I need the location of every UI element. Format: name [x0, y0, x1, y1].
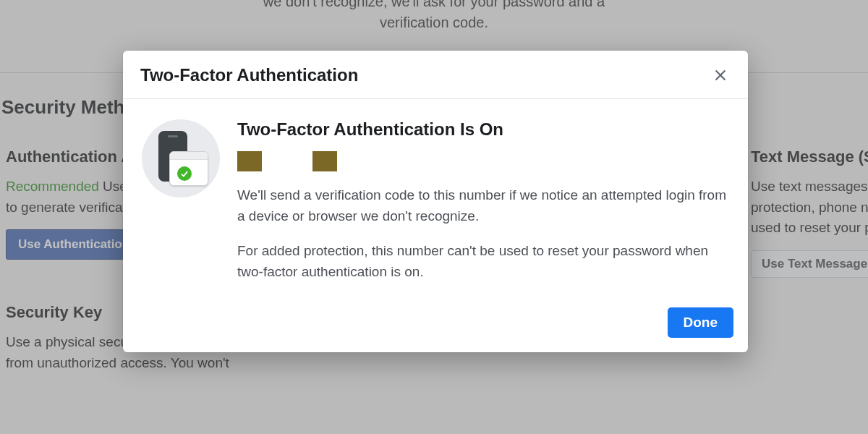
modal-footer: Done	[123, 302, 748, 352]
redacted-block	[237, 151, 262, 171]
checkmark-badge-icon	[175, 164, 194, 183]
modal-paragraph: We'll send a verification code to this n…	[237, 184, 728, 227]
close-button[interactable]	[710, 65, 731, 85]
modal-body: Two-Factor Authentication Is On We'll se…	[123, 99, 748, 302]
close-icon	[712, 67, 728, 83]
modal-paragraph: For added protection, this number can't …	[237, 240, 728, 283]
modal-body-title: Two-Factor Authentication Is On	[237, 119, 728, 140]
redacted-phone-row	[237, 151, 728, 171]
two-factor-modal: Two-Factor Authentication Two-Factor Aut…	[123, 51, 748, 352]
modal-header: Two-Factor Authentication	[123, 51, 748, 99]
redacted-block	[312, 151, 337, 171]
two-factor-devices-icon	[142, 119, 220, 197]
done-button[interactable]: Done	[668, 307, 734, 338]
modal-title: Two-Factor Authentication	[140, 65, 358, 85]
